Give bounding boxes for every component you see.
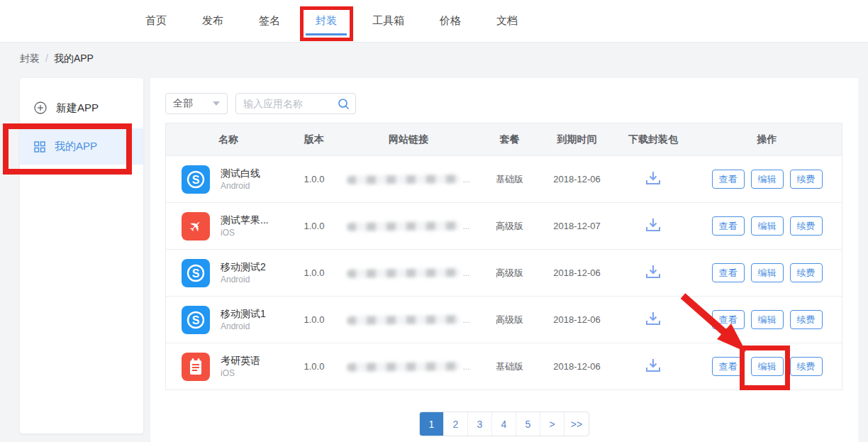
website-link-cell: ...	[338, 315, 479, 325]
expiry-date: 2018-12-06	[540, 361, 614, 372]
sidebar-item-label: 我的APP	[55, 140, 97, 153]
website-link-cell: ...	[338, 362, 479, 372]
download-icon[interactable]	[645, 311, 661, 326]
renew-button[interactable]: 续费	[790, 310, 823, 329]
s-logo-blue-icon: S	[182, 165, 210, 194]
download-icon[interactable]	[645, 358, 661, 372]
renew-button[interactable]: 续费	[790, 170, 823, 189]
redacted-link	[347, 221, 460, 231]
website-link-cell: ...	[338, 175, 479, 184]
main-panel: 全部 名称版本网站链接套餐到期时间下载封装包操作 S测试白线Android1.0…	[150, 78, 858, 442]
view-button[interactable]: 查看	[712, 357, 745, 376]
edit-button[interactable]: 编辑	[751, 263, 784, 282]
app-version: 1.0.0	[291, 174, 338, 184]
table-body: S测试白线Android1.0.0...基础版2018-12-06查看编辑续费✈…	[166, 155, 842, 389]
app-platform: Android	[221, 321, 266, 332]
link-ellipsis: ...	[462, 315, 469, 325]
app-name: 移动测试1	[221, 307, 266, 321]
notepad-red-icon	[182, 353, 210, 381]
app-platform: Android	[221, 180, 260, 192]
page-last[interactable]: >>	[564, 412, 589, 436]
svg-text:S: S	[192, 267, 200, 280]
redacted-link	[347, 315, 460, 325]
table-row: S移动测试2Android1.0.0...高级版2018-12-06查看编辑续费	[166, 249, 842, 296]
nav-item-6[interactable]: 价格	[440, 14, 461, 28]
renew-button[interactable]: 续费	[790, 357, 823, 376]
page-5[interactable]: 5	[516, 412, 540, 436]
table-row: S移动测试1Android1.0.0...高级版2018-12-06查看编辑续费	[166, 296, 842, 343]
grid-icon	[34, 141, 45, 153]
page-4[interactable]: 4	[492, 412, 516, 436]
view-button[interactable]: 查看	[712, 310, 745, 329]
renew-button[interactable]: 续费	[790, 216, 823, 236]
edit-button[interactable]: 编辑	[751, 216, 784, 236]
redacted-link	[347, 268, 460, 278]
edit-button[interactable]: 编辑	[751, 170, 784, 189]
column-header: 套餐	[479, 133, 540, 146]
search-input[interactable]	[243, 94, 332, 114]
breadcrumb-separator: /	[45, 53, 48, 65]
page-2[interactable]: 2	[444, 412, 468, 436]
actions-cell: 查看编辑续费	[692, 170, 842, 189]
filter-dropdown[interactable]: 全部	[165, 93, 228, 114]
view-button[interactable]: 查看	[712, 263, 745, 282]
nav-item-2[interactable]: 发布	[202, 14, 223, 28]
sidebar-item-new-app[interactable]: 新建APP	[20, 94, 143, 122]
plan-badge: 高级版	[479, 220, 540, 233]
expiry-date: 2018-12-06	[540, 267, 614, 278]
top-nav: 首页发布签名封装工具箱价格文档	[145, 0, 518, 42]
download-icon[interactable]	[645, 171, 661, 185]
search-icon[interactable]	[338, 98, 350, 113]
breadcrumb-section[interactable]: 封装	[20, 53, 40, 65]
redacted-link	[347, 362, 460, 372]
airplane-red-icon: ✈	[182, 212, 210, 241]
s-logo-blue-icon: S	[182, 259, 210, 287]
app-platform: iOS	[221, 227, 269, 238]
table-row: ✈测试苹果...iOS1.0.0...高级版2018-12-07查看编辑续费	[166, 202, 842, 249]
page-next[interactable]: >	[540, 412, 564, 436]
app-table: 名称版本网站链接套餐到期时间下载封装包操作 S测试白线Android1.0.0.…	[165, 123, 842, 390]
column-header: 版本	[291, 133, 338, 146]
plan-badge: 基础版	[479, 360, 540, 373]
actions-cell: 查看编辑续费	[692, 310, 842, 329]
s-logo-blue-icon: S	[182, 306, 210, 334]
nav-item-7[interactable]: 文档	[496, 14, 518, 28]
sidebar-item-my-app[interactable]: 我的APP	[20, 128, 143, 165]
top-bar: 首页发布签名封装工具箱价格文档	[0, 0, 868, 43]
view-button[interactable]: 查看	[712, 216, 745, 236]
app-name: 考研英语	[221, 354, 260, 368]
chevron-down-icon	[213, 101, 220, 106]
expiry-date: 2018-12-06	[540, 314, 614, 325]
pagination: 12345>>>	[419, 411, 589, 436]
edit-button[interactable]: 编辑	[751, 357, 784, 376]
website-link-cell: ...	[338, 221, 479, 231]
nav-item-5[interactable]: 工具箱	[372, 14, 404, 28]
app-name-cell: S移动测试2Android	[166, 259, 291, 287]
link-ellipsis: ...	[462, 268, 469, 278]
nav-item-4[interactable]: 封装	[316, 14, 337, 28]
edit-button[interactable]: 编辑	[751, 310, 784, 329]
actions-cell: 查看编辑续费	[692, 263, 842, 282]
sidebar: 新建APP 我的APP	[20, 78, 143, 433]
table-row: 考研英语iOS1.0.0...基础版2018-12-06查看编辑续费	[166, 343, 842, 389]
search-box	[235, 93, 356, 114]
download-icon[interactable]	[645, 218, 661, 232]
svg-text:S: S	[192, 314, 200, 326]
page-3[interactable]: 3	[468, 412, 492, 436]
download-icon[interactable]	[645, 265, 661, 279]
renew-button[interactable]: 续费	[790, 263, 823, 282]
sidebar-item-label: 新建APP	[56, 101, 99, 115]
app-platform: Android	[221, 274, 266, 285]
plan-badge: 基础版	[479, 173, 540, 186]
column-header: 到期时间	[540, 133, 614, 146]
svg-text:S: S	[192, 174, 200, 186]
app-name-cell: S测试白线Android	[166, 165, 291, 194]
nav-item-3[interactable]: 签名	[259, 14, 280, 28]
app-version: 1.0.0	[291, 267, 338, 278]
expiry-date: 2018-12-07	[540, 221, 614, 231]
column-header: 操作	[692, 133, 842, 146]
app-version: 1.0.0	[291, 221, 338, 231]
nav-item-1[interactable]: 首页	[145, 14, 167, 28]
view-button[interactable]: 查看	[712, 170, 745, 189]
page-1[interactable]: 1	[420, 412, 444, 436]
